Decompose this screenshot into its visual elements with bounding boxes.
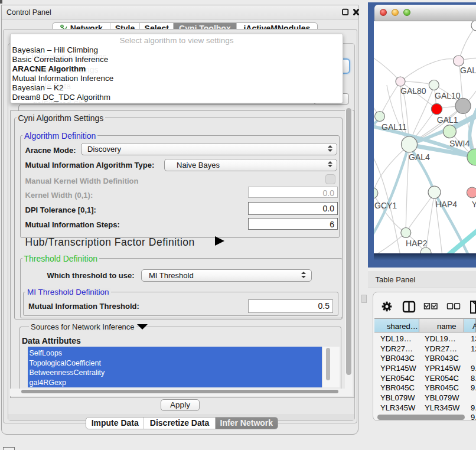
svg-text:YB: YB (472, 200, 476, 209)
svg-text:GAL11: GAL11 (382, 122, 407, 132)
svg-text:GAL80: GAL80 (400, 86, 426, 96)
svg-text:GAL2: GAL2 (460, 66, 476, 75)
svg-text:GCY1: GCY1 (374, 201, 397, 210)
svg-text:HAP2: HAP2 (406, 239, 428, 248)
svg-text:HAP4: HAP4 (436, 200, 458, 209)
svg-text:GAL10: GAL10 (435, 91, 461, 100)
svg-text:GAL4: GAL4 (409, 152, 430, 162)
svg-text:GAL1: GAL1 (437, 115, 458, 125)
svg-text:SWI4: SWI4 (449, 139, 470, 148)
